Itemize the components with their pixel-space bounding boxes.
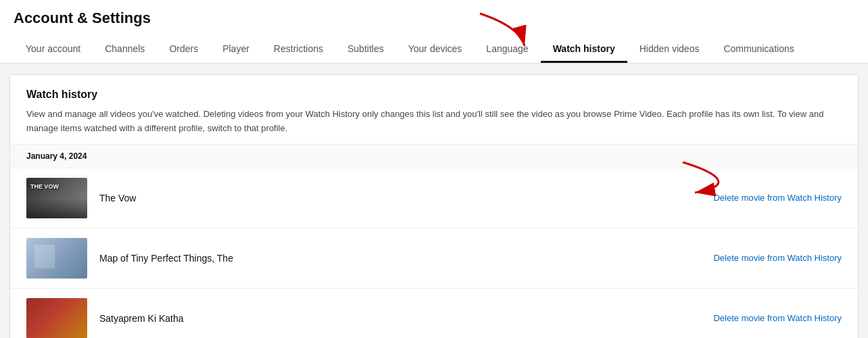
movie-title-the-vow: The Vow	[99, 193, 700, 203]
delete-satyaprem-link[interactable]: Delete movie from Watch History	[713, 313, 842, 323]
page-title: Account & Settings	[14, 9, 854, 27]
nav-tab-your-devices[interactable]: Your devices	[396, 37, 475, 63]
section-title: Watch history	[26, 89, 842, 101]
nav-tabs: Your accountChannelsOrdersPlayerRestrict…	[14, 37, 854, 63]
nav-tab-player[interactable]: Player	[210, 37, 262, 63]
nav-tab-language[interactable]: Language	[474, 37, 540, 63]
nav-tab-subtitles[interactable]: Subtitles	[335, 37, 396, 63]
watch-item-the-vow: The Vow Delete movie from Watch History	[10, 168, 858, 228]
date-group-header: January 4, 2024	[10, 145, 858, 168]
thumbnail-the-vow	[26, 178, 87, 218]
delete-map-link[interactable]: Delete movie from Watch History	[713, 253, 842, 263]
watch-item-map: Map of Tiny Perfect Things, The Delete m…	[10, 228, 858, 289]
nav-tab-watch-history[interactable]: Watch history	[541, 37, 627, 63]
watch-history-section: Watch history View and manage all videos…	[9, 74, 859, 338]
watch-item-satyaprem: Satyaprem Ki Katha Delete movie from Wat…	[10, 289, 858, 338]
nav-tab-orders[interactable]: Orders	[157, 37, 210, 63]
nav-tab-hidden-videos[interactable]: Hidden videos	[627, 37, 712, 63]
movie-title-map: Map of Tiny Perfect Things, The	[99, 253, 700, 264]
nav-tab-restrictions[interactable]: Restrictions	[262, 37, 335, 63]
delete-the-vow-link[interactable]: Delete movie from Watch History	[713, 193, 842, 203]
section-description: View and manage all videos you've watche…	[26, 107, 842, 136]
section-header: Watch history View and manage all videos…	[10, 75, 858, 145]
nav-tab-your-account[interactable]: Your account	[14, 37, 93, 63]
thumbnail-satyaprem	[26, 298, 87, 338]
nav-tab-communications[interactable]: Communications	[711, 37, 806, 63]
thumbnail-map	[26, 238, 87, 279]
nav-tab-channels[interactable]: Channels	[93, 37, 157, 63]
movie-title-satyaprem: Satyaprem Ki Katha	[99, 313, 700, 324]
